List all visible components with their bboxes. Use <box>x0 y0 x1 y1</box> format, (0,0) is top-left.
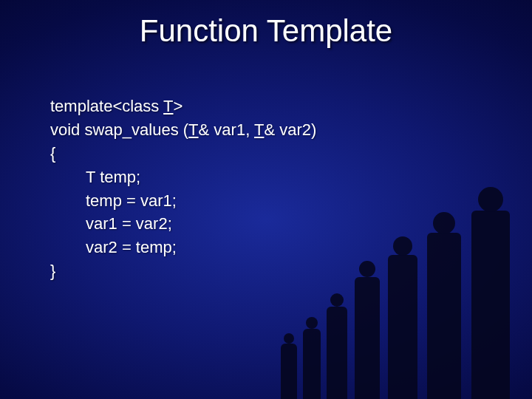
text: > <box>174 97 183 115</box>
code-line-5: temp = var1; <box>50 189 316 213</box>
text: & var1, <box>199 120 254 139</box>
type-param-T: T <box>163 97 173 115</box>
code-line-2: void swap_values (T& var1, T& var2) <box>50 118 316 142</box>
silhouette-icon <box>355 277 380 399</box>
silhouette-icon <box>471 211 510 399</box>
silhouette-icon <box>303 329 321 399</box>
code-line-8: } <box>50 259 316 283</box>
text: & var2) <box>264 120 316 139</box>
silhouette-icon <box>327 307 347 399</box>
text: void swap_values ( <box>50 120 188 139</box>
type-T: T <box>188 120 198 139</box>
code-line-4: T temp; <box>50 166 316 189</box>
slide: Function Template template<class T> void… <box>0 0 532 399</box>
text: template<class <box>50 97 163 115</box>
code-line-7: var2 = temp; <box>50 236 316 259</box>
type-T: T <box>254 120 264 139</box>
code-line-6: var1 = var2; <box>50 212 316 236</box>
silhouette-icon <box>281 344 297 399</box>
code-block: template<class T> void swap_values (T& v… <box>50 95 316 283</box>
code-line-1: template<class T> <box>50 95 316 118</box>
silhouette-icon <box>388 255 417 399</box>
silhouette-icon <box>427 233 461 399</box>
code-line-3: { <box>50 142 316 166</box>
slide-title: Function Template <box>0 13 532 49</box>
